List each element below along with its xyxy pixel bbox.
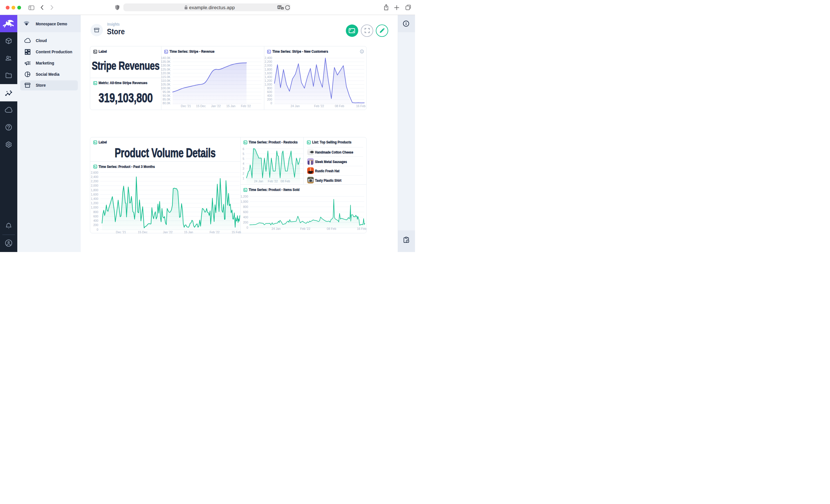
svg-text:2,400: 2,400 <box>264 56 272 60</box>
svg-text:Jan '22: Jan '22 <box>163 230 172 234</box>
svg-text:1,400: 1,400 <box>91 197 98 200</box>
svg-text:0: 0 <box>270 101 272 105</box>
svg-text:0: 0 <box>97 228 98 231</box>
svg-text:400: 400 <box>93 219 99 222</box>
svg-text:1: 1 <box>243 176 245 180</box>
svg-text:A: A <box>278 5 280 9</box>
svg-text:600: 600 <box>243 210 248 214</box>
svg-text:2,600: 2,600 <box>91 171 98 174</box>
svg-text:80.0K: 80.0K <box>163 101 170 105</box>
svg-text:600: 600 <box>267 90 272 94</box>
svg-text:1,000: 1,000 <box>264 83 272 86</box>
svg-text:400: 400 <box>243 215 248 219</box>
svg-text:800: 800 <box>267 87 272 90</box>
svg-text:130.0K: 130.0K <box>161 64 170 67</box>
svg-text:200: 200 <box>267 98 272 101</box>
svg-text:100.0K: 100.0K <box>161 87 170 90</box>
svg-text:4: 4 <box>243 162 245 165</box>
svg-text:1,200: 1,200 <box>91 201 98 205</box>
svg-text:2,200: 2,200 <box>264 60 272 63</box>
svg-text:85.0K: 85.0K <box>163 98 170 101</box>
svg-text:800: 800 <box>93 210 99 214</box>
svg-text:1,800: 1,800 <box>264 68 272 71</box>
svg-text:600: 600 <box>93 214 99 218</box>
svg-text:115.0K: 115.0K <box>161 75 170 79</box>
svg-text:1,600: 1,600 <box>264 71 272 75</box>
svg-text:3: 3 <box>243 167 245 170</box>
svg-text:105.0K: 105.0K <box>161 83 170 86</box>
svg-text:2: 2 <box>243 172 245 175</box>
svg-text:15 Jan: 15 Jan <box>184 230 193 234</box>
svg-text:110.0K: 110.0K <box>161 79 170 82</box>
svg-text:135.0K: 135.0K <box>161 60 170 63</box>
svg-text:5: 5 <box>243 157 245 160</box>
svg-text:Feb '22: Feb '22 <box>210 230 220 234</box>
svg-text:1,200: 1,200 <box>264 79 272 82</box>
svg-text:1,800: 1,800 <box>91 188 98 192</box>
svg-text:2,000: 2,000 <box>264 64 272 67</box>
svg-text:1,200: 1,200 <box>241 195 248 198</box>
svg-text:15 Dec: 15 Dec <box>138 230 147 234</box>
svg-text:200: 200 <box>93 223 99 227</box>
svg-text:5: 5 <box>243 152 245 156</box>
svg-text:0: 0 <box>247 226 248 229</box>
svg-text:95.0K: 95.0K <box>163 90 170 94</box>
svg-text:2,000: 2,000 <box>91 184 98 187</box>
svg-text:6: 6 <box>243 147 245 150</box>
svg-text:2,400: 2,400 <box>91 175 98 178</box>
svg-text:140.0K: 140.0K <box>161 56 170 60</box>
svg-text:1,400: 1,400 <box>264 75 272 79</box>
svg-text:200: 200 <box>243 221 248 224</box>
svg-text:400: 400 <box>267 94 272 97</box>
svg-text:1,000: 1,000 <box>241 200 248 203</box>
svg-text:125.0K: 125.0K <box>161 68 170 71</box>
svg-text:90.0K: 90.0K <box>163 94 170 97</box>
svg-text:Dec '21: Dec '21 <box>116 230 126 234</box>
svg-text:15 Feb: 15 Feb <box>231 230 241 234</box>
svg-text:800: 800 <box>243 205 248 208</box>
svg-text:120.0K: 120.0K <box>161 71 170 75</box>
svg-text:2,200: 2,200 <box>91 179 98 183</box>
svg-text:x: x <box>282 7 283 9</box>
svg-text:1,600: 1,600 <box>91 193 98 196</box>
svg-text:1,000: 1,000 <box>91 206 98 209</box>
